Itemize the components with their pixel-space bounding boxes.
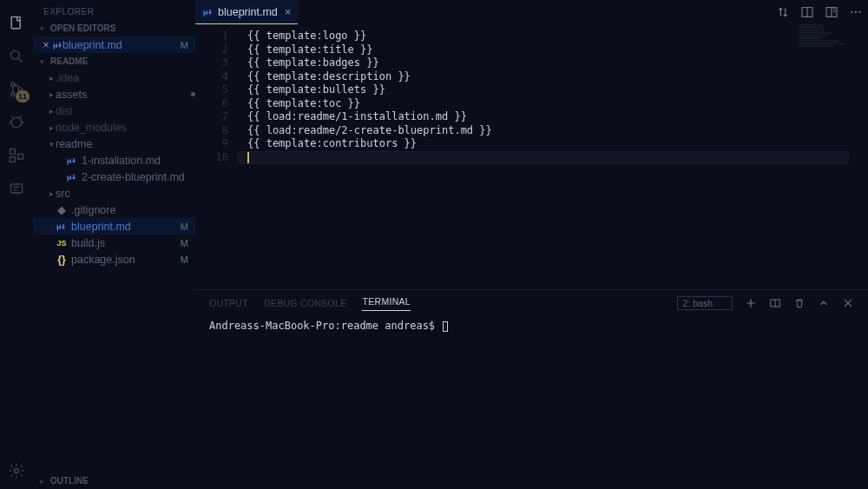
split-editor-icon[interactable] — [825, 5, 838, 19]
svg-point-15 — [859, 11, 861, 13]
tree-item[interactable]: ▸src — [33, 185, 195, 202]
markdown-icon — [56, 221, 68, 232]
more-icon[interactable] — [849, 5, 863, 19]
js-icon: JS — [56, 239, 68, 248]
open-editors-header[interactable]: ▾ OPEN EDITORS — [33, 20, 195, 36]
chevron-icon: ▾ — [47, 140, 56, 149]
svg-rect-0 — [11, 17, 20, 29]
chevron-icon: ▸ — [47, 123, 56, 132]
svg-rect-6 — [10, 149, 16, 155]
tree-item[interactable]: ▸assets — [33, 86, 195, 102]
chevron-down-icon: ▾ — [40, 57, 47, 66]
close-panel-icon[interactable] — [842, 297, 854, 309]
markdown-icon — [66, 155, 78, 166]
chevron-icon: ▸ — [47, 74, 56, 83]
activity-bar: 11 — [0, 0, 33, 489]
chevron-icon: ▸ — [47, 107, 56, 116]
svg-point-13 — [851, 11, 852, 13]
project-header[interactable]: ▾ README — [33, 53, 195, 69]
svg-point-5 — [11, 117, 22, 128]
tab-debug-console[interactable]: DEBUG CONSOLE — [264, 298, 347, 308]
tree-item[interactable]: ▸node_modules — [33, 119, 195, 135]
settings-icon[interactable] — [5, 459, 28, 482]
panel-tabs: OUTPUT DEBUG CONSOLE TERMINAL 2: bash — [195, 290, 868, 316]
tree-item[interactable]: blueprint.mdM — [33, 218, 195, 235]
tree-item[interactable]: ▸.idea — [33, 69, 195, 86]
terminal-selector[interactable]: 2: bash — [677, 296, 733, 310]
svg-point-3 — [11, 93, 15, 96]
explorer-icon[interactable] — [5, 12, 28, 35]
terminal-cursor — [443, 321, 448, 332]
gutter: 12345678910 — [195, 24, 237, 289]
maximize-panel-icon[interactable] — [818, 297, 830, 309]
new-terminal-icon[interactable] — [745, 297, 757, 309]
markdown-icon — [52, 40, 62, 50]
terminal[interactable]: Andreass-MacBook-Pro:readme andreas$ — [195, 316, 868, 489]
search-icon[interactable] — [5, 45, 28, 68]
tree-item[interactable]: ◆.gitignore — [33, 202, 195, 218]
tree-item[interactable]: 2-create-blueprint.md — [33, 169, 195, 185]
split-terminal-icon[interactable] — [769, 297, 781, 309]
svg-point-14 — [855, 11, 857, 13]
editor-body[interactable]: 12345678910 {{ template:logo }}{{ templa… — [195, 24, 868, 289]
extension-icon[interactable] — [5, 177, 28, 200]
svg-rect-9 — [10, 184, 22, 193]
chevron-icon: ▸ — [47, 189, 56, 198]
markdown-icon — [202, 7, 213, 17]
json-icon: {} — [56, 254, 68, 266]
compare-icon[interactable] — [776, 5, 790, 19]
kill-terminal-icon[interactable] — [793, 297, 806, 309]
tree-item[interactable]: ▾readme — [33, 135, 195, 152]
tree-item[interactable]: {}package.jsonM — [33, 251, 195, 268]
code[interactable]: {{ template:logo }}{{ template:title }}{… — [237, 24, 868, 289]
git-icon: ◆ — [56, 203, 68, 216]
tree-item[interactable]: JSbuild.jsM — [33, 235, 195, 251]
sidebar: EXPLORER ▾ OPEN EDITORS × blueprint.md M… — [33, 0, 195, 489]
markdown-icon — [66, 172, 78, 182]
close-icon[interactable]: × — [40, 39, 52, 51]
extensions-icon[interactable] — [5, 144, 28, 167]
chevron-right-icon: ▸ — [40, 477, 47, 486]
svg-point-2 — [11, 83, 15, 86]
tab-output[interactable]: OUTPUT — [209, 298, 248, 308]
panel: OUTPUT DEBUG CONSOLE TERMINAL 2: bash — [195, 289, 868, 489]
tab-terminal[interactable]: TERMINAL — [362, 296, 411, 311]
chevron-icon: ▸ — [47, 90, 56, 99]
minimap[interactable] — [799, 24, 868, 289]
file-tree: ▸.idea▸assets▸dist▸node_modules▾readme1-… — [33, 69, 195, 268]
svg-rect-8 — [18, 154, 23, 159]
debug-icon[interactable] — [5, 111, 28, 134]
close-icon[interactable]: × — [285, 5, 292, 18]
tree-item[interactable]: 1-installation.md — [33, 152, 195, 169]
editor-area: blueprint.md × 12345678910 {{ template:l… — [195, 0, 868, 489]
sidebar-title: EXPLORER — [33, 0, 195, 20]
outline-header[interactable]: ▸ OUTLINE — [33, 472, 195, 489]
source-control-icon[interactable]: 11 — [5, 78, 28, 101]
svg-rect-7 — [10, 157, 16, 162]
svg-point-1 — [10, 50, 19, 59]
svg-point-10 — [15, 469, 19, 473]
chevron-down-icon: ▾ — [40, 24, 47, 33]
tab-actions — [776, 0, 868, 24]
tree-item[interactable]: ▸dist — [33, 102, 195, 119]
scm-badge: 11 — [16, 90, 30, 102]
editor-tab[interactable]: blueprint.md × — [195, 0, 298, 24]
open-editor-item[interactable]: × blueprint.md M — [33, 36, 195, 53]
preview-icon[interactable] — [800, 5, 814, 19]
tab-bar: blueprint.md × — [195, 0, 868, 24]
